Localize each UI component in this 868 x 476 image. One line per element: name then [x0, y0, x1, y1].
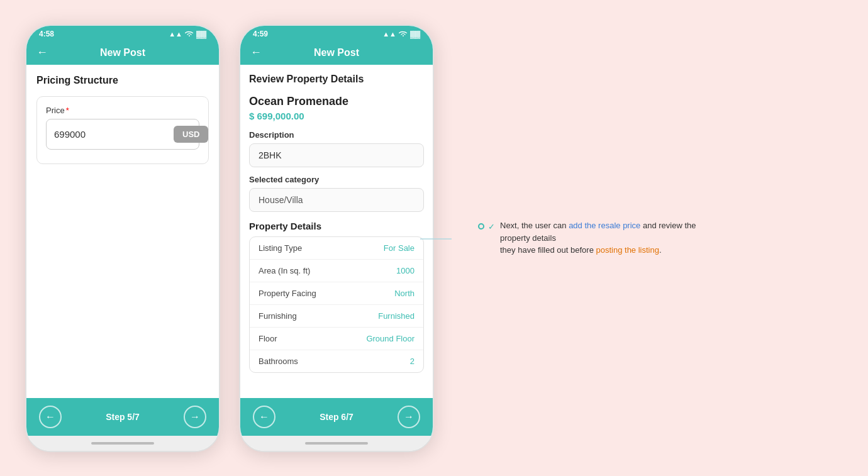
price-label: Price* [46, 106, 199, 115]
phone2-home-bar [305, 442, 368, 445]
phone1-body: Pricing Structure Price* USD [26, 65, 219, 398]
price-input-wrapper: USD [46, 119, 199, 150]
detail-value-floor: Ground Floor [366, 334, 415, 343]
connector-line [420, 238, 452, 240]
phone1-time: 4:58 [39, 30, 54, 38]
annotation-content: ✓ Next, the user can add the resale pric… [478, 219, 714, 257]
detail-value-furnishing: Furnished [378, 311, 415, 321]
phone1-header-title: New Post [100, 47, 145, 58]
phone2-prev-button[interactable]: ← [253, 406, 275, 428]
phone1-step-text: Step 5/7 [106, 412, 140, 422]
property-name: Ocean Promenade [249, 95, 424, 108]
detail-key-area: Area (In sq. ft) [259, 266, 310, 275]
phone2-step-text: Step 6/7 [320, 412, 353, 422]
wifi-icon-2 [399, 30, 408, 38]
phone2-status-bar: 4:59 ▲▲ ▓▓ [240, 26, 433, 41]
required-star: * [66, 106, 69, 115]
description-value: 2BHK [249, 143, 424, 167]
detail-value-bathrooms: 2 [410, 357, 415, 366]
phone1-status-bar: 4:58 ▲▲ ▓▓ [26, 26, 219, 41]
phone1-section-title: Pricing Structure [36, 75, 209, 86]
currency-button[interactable]: USD [174, 126, 208, 143]
phones-container: 4:58 ▲▲ ▓▓ ← New Post Pricing Structure … [25, 25, 714, 452]
phone2-header-title: New Post [314, 47, 359, 58]
phone1-home-indicator [26, 436, 219, 451]
detail-key-facing: Property Facing [259, 289, 316, 298]
signal-icon-2: ▲▲ [382, 30, 396, 38]
price-input[interactable] [54, 129, 174, 140]
detail-row-furnishing: Furnishing Furnished [250, 305, 423, 328]
detail-row-area: Area (In sq. ft) 1000 [250, 260, 423, 282]
detail-row-floor: Floor Ground Floor [250, 328, 423, 350]
phone2-body: Review Property Details Ocean Promenade … [240, 65, 433, 398]
detail-value-area: 1000 [396, 266, 415, 275]
property-price: $ 699,000.00 [249, 111, 424, 121]
detail-key-furnishing: Furnishing [259, 311, 297, 321]
phone2-status-icons: ▲▲ ▓▓ [382, 30, 420, 38]
detail-row-listing-type: Listing Type For Sale [250, 237, 423, 260]
phone2-next-button[interactable]: → [398, 406, 420, 428]
phone2-section-title: Review Property Details [249, 74, 424, 85]
category-value: House/Villa [249, 188, 424, 212]
phone-2: 4:59 ▲▲ ▓▓ ← New Post Review Property De… [239, 25, 434, 452]
phone2-back-button[interactable]: ← [250, 46, 262, 59]
battery-icon: ▓▓ [196, 30, 206, 38]
annotation-text: Next, the user can add the resale price … [500, 219, 714, 257]
signal-icon: ▲▲ [169, 30, 182, 38]
annotation-highlight-2: posting the listing [596, 245, 659, 255]
detail-key-bathrooms: Bathrooms [259, 357, 298, 366]
phone1-footer: ← Step 5/7 → [26, 398, 219, 436]
phone1-back-button[interactable]: ← [36, 46, 48, 59]
phone1-prev-button[interactable]: ← [39, 406, 62, 428]
annotation-text-4: . [659, 245, 662, 255]
detail-row-bathrooms: Bathrooms 2 [250, 350, 423, 372]
property-details-label: Property Details [249, 221, 424, 231]
annotation-text-1: Next, the user can [500, 221, 569, 230]
annotation-area: ✓ Next, the user can add the resale pric… [453, 219, 714, 257]
phone1-header: ← New Post [26, 41, 219, 65]
pricing-structure-box: Price* USD [36, 96, 209, 164]
battery-icon-2: ▓▓ [410, 30, 420, 38]
phone1-status-icons: ▲▲ ▓▓ [169, 30, 206, 38]
annotation-check-icon: ✓ [488, 222, 495, 231]
detail-key-listing-type: Listing Type [259, 243, 302, 253]
description-label: Description [249, 130, 424, 140]
annotation-highlight-1: add the resale price [569, 221, 640, 230]
phone2-home-indicator [240, 436, 433, 451]
wifi-icon [185, 30, 194, 38]
detail-key-floor: Floor [259, 334, 277, 343]
annotation-text-3: they have filled out before [500, 245, 596, 255]
detail-value-facing: North [394, 289, 415, 298]
phone2-footer: ← Step 6/7 → [240, 398, 433, 436]
phone1-next-button[interactable]: → [184, 406, 206, 428]
detail-row-facing: Property Facing North [250, 282, 423, 305]
detail-value-listing-type: For Sale [384, 243, 415, 253]
annotation-icons: ✓ [478, 221, 495, 231]
phone2-header: ← New Post [240, 41, 433, 65]
phone1-home-bar [91, 442, 154, 445]
phone2-time: 4:59 [253, 30, 268, 38]
phone-1: 4:58 ▲▲ ▓▓ ← New Post Pricing Structure … [25, 25, 220, 452]
category-label: Selected category [249, 175, 424, 184]
annotation-dot-icon [478, 223, 484, 230]
property-details-table: Listing Type For Sale Area (In sq. ft) 1… [249, 236, 424, 373]
